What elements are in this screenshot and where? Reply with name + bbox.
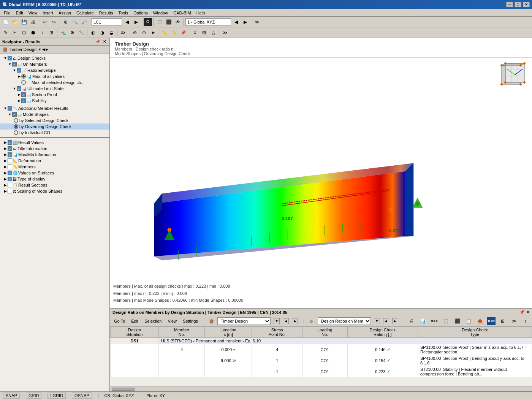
re-checkbox[interactable]: ✓ (17, 68, 21, 73)
rp-more[interactable]: ≫ (510, 317, 518, 325)
result-scroll[interactable]: DesignSituation MemberNo. Locationx [m] … (110, 326, 532, 386)
tb-select[interactable]: ⊕ (62, 18, 70, 26)
rp-tb8[interactable]: 0.00 (487, 317, 496, 325)
rp-edit[interactable]: Edit (130, 318, 140, 324)
dc-checkbox[interactable]: ✓ (8, 56, 12, 60)
def-checkbox[interactable] (8, 158, 12, 163)
snap-btn[interactable]: SNAP (3, 393, 20, 399)
tb2-19[interactable]: ≡ (191, 28, 199, 37)
tb-view1[interactable]: ⬚ (155, 18, 164, 26)
rp-settings[interactable]: Settings (181, 318, 200, 324)
rp-tb4[interactable]: ⬚ (442, 317, 450, 325)
menu-calculate[interactable]: Calculate (74, 10, 96, 16)
tb-prev-lc[interactable]: ◀ (123, 18, 131, 26)
tree-result-sections[interactable]: ▶ 📋 Result Sections (0, 182, 109, 188)
mem-checkbox[interactable] (8, 165, 12, 169)
module-next-btn[interactable]: ▶ (46, 48, 48, 51)
rp-tb2[interactable]: 📊 (419, 317, 427, 325)
tree-by-individual[interactable]: by Individual CO (0, 130, 109, 136)
rv-expand-icon[interactable]: ▶ (3, 140, 8, 145)
tb2-9[interactable]: 🔧 (77, 28, 86, 37)
tree-members[interactable]: ▶ 📏 Members (0, 164, 109, 170)
close-button[interactable]: ✕ (523, 2, 530, 7)
def-expand-icon[interactable]: ▶ (3, 158, 8, 163)
amr-checkbox[interactable]: ✓ (8, 106, 12, 111)
scl-expand-icon[interactable]: ▶ (3, 189, 8, 193)
uls-checkbox[interactable]: ✓ (17, 86, 21, 91)
mav-radio[interactable] (21, 74, 26, 79)
tb-view-prev[interactable]: ◀ (232, 18, 240, 26)
rs-expand-icon[interactable]: ▶ (3, 183, 8, 187)
tb2-6[interactable]: ⊞ (47, 28, 55, 37)
osnap-btn[interactable]: OSNAP (72, 393, 92, 399)
mmi-expand-icon[interactable]: ▶ (3, 152, 8, 157)
re-expand-icon[interactable]: ▼ (12, 68, 17, 73)
mmi-checkbox[interactable]: ✓ (8, 152, 12, 157)
module-prev-btn[interactable]: ◀ (42, 48, 45, 51)
tb2-8[interactable]: ⚙ (68, 28, 76, 37)
om-checkbox[interactable]: ✓ (12, 62, 17, 66)
tb-more1[interactable]: ≫ (253, 18, 261, 26)
tree-uls[interactable]: ▼ ✓ 📊 Ultimate Limit State (0, 86, 109, 92)
bgdc-radio[interactable] (14, 124, 18, 129)
tb2-1[interactable]: ✎ (2, 28, 10, 37)
tb2-14[interactable]: ⊙ (140, 28, 148, 37)
tb-view2[interactable]: ⬛ (165, 18, 173, 26)
tree-section-proof[interactable]: ▶ ✓ 📊 Section Proof (0, 92, 109, 98)
rp-selection[interactable]: Selection (143, 318, 163, 324)
rs-checkbox[interactable] (8, 183, 12, 187)
tree-max-all[interactable]: ▶ 📊 Max. of all values (0, 73, 109, 79)
td-expand-icon[interactable]: ▶ (3, 177, 8, 181)
rp-tb3[interactable]: XXX (430, 317, 439, 325)
nav-close-btn[interactable]: ✕ (102, 39, 107, 44)
menu-view[interactable]: View (26, 10, 40, 16)
nav-pin-btn[interactable]: 📌 (94, 39, 101, 44)
tree-on-members[interactable]: ▼ ✓ 📊 On Members (0, 61, 109, 67)
tree-result-values[interactable]: ▶ ✓ 🔢 Result Values (0, 139, 109, 146)
om-expand-icon[interactable]: ▼ (8, 62, 12, 66)
menu-help[interactable]: Help (194, 10, 207, 16)
tb-view3[interactable]: 👁 (174, 18, 182, 26)
rp-tb5[interactable]: ⬛ (453, 317, 461, 325)
tb-next-lc[interactable]: ▶ (132, 18, 140, 26)
menu-insert[interactable]: Insert (40, 10, 55, 16)
tb-xyz[interactable]: G (144, 18, 152, 26)
rp-module-prev[interactable]: ◀ (283, 318, 289, 324)
h-scrollbar-thumb[interactable] (112, 388, 135, 391)
bico-radio[interactable] (14, 130, 18, 135)
vs-expand-icon[interactable]: ▶ (3, 171, 8, 175)
tree-deformation[interactable]: ▶ 📐 Deformation (0, 158, 109, 164)
tb-zoom-in[interactable]: 🔍 (71, 18, 79, 26)
rp-result-select[interactable]: Design Ratios on Members (318, 317, 371, 325)
rp-result-expand[interactable]: ▼ (374, 318, 380, 324)
ms-radio[interactable] (21, 80, 26, 85)
tb2-13[interactable]: ⊕ (131, 28, 139, 37)
rp-result-next[interactable]: ▶ (392, 318, 398, 324)
tb2-7[interactable]: 🔩 (59, 28, 67, 37)
tree-scaling[interactable]: ▶ ⚖ Scaling of Mode Shapes (0, 188, 109, 194)
menu-file[interactable]: File (2, 10, 13, 16)
grid-btn[interactable]: GRID (26, 393, 42, 399)
mav-expand-icon[interactable]: ▶ (17, 74, 21, 79)
tb2-11[interactable]: ◑ (98, 28, 106, 37)
rp-view[interactable]: View (166, 318, 178, 324)
tb2-10[interactable]: ◐ (89, 28, 97, 37)
rp-tb9[interactable]: ⊞ (499, 317, 507, 325)
lgrid-btn[interactable]: LGRID (48, 393, 66, 399)
tb2-21[interactable]: △ (209, 28, 217, 37)
tb-undo[interactable]: ↩ (41, 18, 49, 26)
menu-cad-bim[interactable]: CAD-BIM (171, 10, 193, 16)
tb2-20[interactable]: ⊞ (200, 28, 208, 37)
tb2-3[interactable]: ⬡ (20, 28, 28, 37)
amr-expand-icon[interactable]: ▼ (3, 106, 8, 111)
ti-expand-icon[interactable]: ▶ (3, 146, 8, 151)
rp-tb6[interactable]: 📋 (464, 317, 473, 325)
sp-expand-icon[interactable]: ▶ (17, 92, 21, 97)
rp-module-next[interactable]: ▶ (292, 318, 298, 324)
td-checkbox[interactable]: ✓ (8, 177, 12, 181)
tb-view-next[interactable]: ▶ (241, 18, 249, 26)
viewport[interactable]: 0.107 0.223 Z (110, 58, 532, 391)
tree-type-display[interactable]: ▶ ✓ 🖼 Type of display (0, 176, 109, 182)
tb2-5[interactable]: ↕ (38, 28, 46, 37)
view-combo[interactable] (185, 18, 231, 26)
